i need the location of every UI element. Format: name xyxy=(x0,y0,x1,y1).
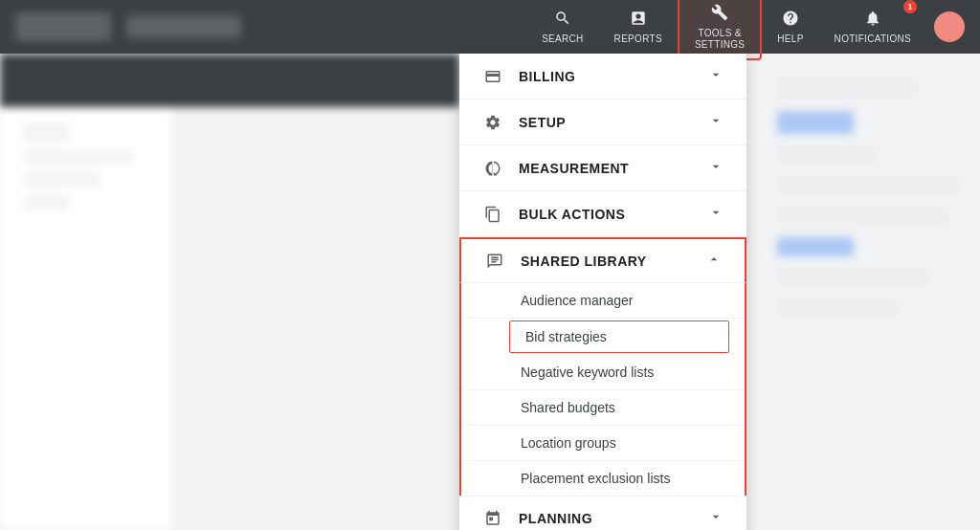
setup-icon xyxy=(482,112,503,133)
menu-item-measurement[interactable]: MEASUREMENT xyxy=(459,145,746,191)
menu-item-billing[interactable]: BILLING xyxy=(459,54,746,99)
search-icon xyxy=(554,10,571,32)
tools-settings-dropdown: BILLING SETUP MEASUREMENT xyxy=(459,54,746,530)
nav-reports[interactable]: REPORTS xyxy=(599,2,678,52)
measurement-chevron xyxy=(708,159,724,178)
shared-library-label: SHARED LIBRARY xyxy=(521,254,706,269)
nav-search[interactable]: SEARCH xyxy=(526,2,598,52)
measurement-label: MEASUREMENT xyxy=(519,161,708,176)
submenu-shared-budgets[interactable]: Shared budgets xyxy=(461,390,745,426)
shared-library-submenu: Audience manager Bid strategies Negative… xyxy=(459,283,746,496)
menu-item-planning[interactable]: PLANNING xyxy=(459,496,746,530)
background-left xyxy=(0,54,459,530)
submenu-location-groups[interactable]: Location groups xyxy=(461,426,745,461)
billing-icon xyxy=(482,66,503,87)
menu-item-shared-library[interactable]: SHARED LIBRARY xyxy=(459,237,746,283)
submenu-placement-exclusion-lists[interactable]: Placement exclusion lists xyxy=(461,461,745,496)
help-icon xyxy=(782,10,799,32)
submenu-audience-manager[interactable]: Audience manager xyxy=(461,283,745,319)
nav-help[interactable]: HELP xyxy=(762,2,818,52)
background-right xyxy=(746,54,980,530)
nav-help-label: HELP xyxy=(777,33,803,44)
bulk-actions-icon xyxy=(482,204,503,225)
bulk-actions-chevron xyxy=(708,205,724,224)
shared-library-icon xyxy=(484,251,505,272)
notification-badge: 1 xyxy=(903,0,917,13)
logo xyxy=(15,12,111,41)
submenu-bid-strategies[interactable]: Bid strategies xyxy=(509,320,729,353)
menu-item-bulk-actions[interactable]: BULK ACTIONS xyxy=(459,191,746,237)
submenu-negative-keyword-lists[interactable]: Negative keyword lists xyxy=(461,355,745,390)
planning-icon xyxy=(482,508,503,529)
nav-tools-settings[interactable]: TOOLS &SETTINGS xyxy=(678,0,762,60)
user-avatar[interactable] xyxy=(934,11,965,42)
measurement-icon xyxy=(482,158,503,179)
setup-chevron xyxy=(708,113,724,132)
notifications-icon xyxy=(864,10,881,32)
nav-search-label: SEARCH xyxy=(542,33,583,44)
planning-chevron xyxy=(708,509,724,528)
nav-notifications[interactable]: 1 NOTIFICATIONS xyxy=(819,2,926,52)
nav-reports-label: REPORTS xyxy=(614,33,662,44)
tools-icon xyxy=(711,4,728,26)
billing-label: BILLING xyxy=(519,69,708,84)
account-selector xyxy=(126,15,241,38)
nav-tools-label: TOOLS &SETTINGS xyxy=(695,28,745,51)
reports-icon xyxy=(630,10,647,32)
billing-chevron xyxy=(708,67,724,86)
nav-notifications-label: NOTIFICATIONS xyxy=(835,33,911,44)
menu-item-setup[interactable]: SETUP xyxy=(459,99,746,145)
setup-label: SETUP xyxy=(519,115,708,130)
top-nav: SEARCH REPORTS TOOLS &SETTINGS xyxy=(526,0,965,60)
bulk-actions-label: BULK ACTIONS xyxy=(519,207,708,222)
topbar: SEARCH REPORTS TOOLS &SETTINGS xyxy=(0,0,980,54)
shared-library-chevron xyxy=(706,252,722,271)
planning-label: PLANNING xyxy=(519,511,708,526)
